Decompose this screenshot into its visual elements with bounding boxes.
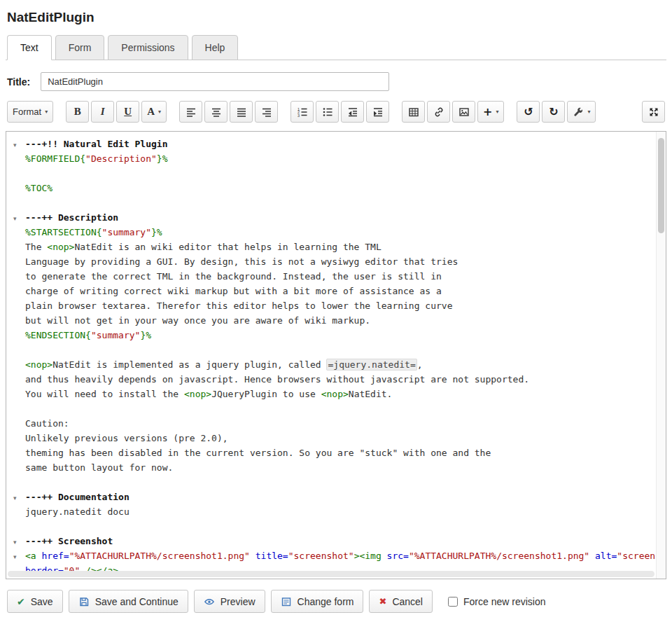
editor-text-segment: Unlikely previous versions (pre 2.0), (25, 433, 228, 443)
italic-button[interactable]: I (91, 101, 114, 123)
tab-form-label: Form (69, 42, 92, 53)
editor-line[interactable]: %TOC% (6, 181, 652, 195)
editor-line[interactable]: %FORMFIELD{"Description"}% (6, 151, 652, 166)
change-form-button[interactable]: Change form (271, 590, 364, 613)
editor-line[interactable]: ▾---++ Documentation (6, 490, 652, 504)
format-dropdown[interactable]: Format ▾ (7, 101, 53, 123)
plus-icon: + (483, 105, 492, 118)
editor-text-segment: src= (387, 551, 409, 561)
force-new-revision-option[interactable]: Force new revision (448, 596, 546, 607)
editor-line[interactable] (6, 195, 652, 210)
chevron-down-icon: ▾ (587, 109, 590, 115)
editor-line[interactable]: You will need to install the <nop>JQuery… (6, 387, 652, 401)
fold-marker-icon[interactable]: ▾ (6, 550, 25, 565)
editor-content[interactable]: ▾---+!! Natural Edit Plugin%FORMFIELD{"D… (6, 132, 666, 578)
editor-line[interactable]: Unlikely previous versions (pre 2.0), (6, 431, 652, 445)
align-center-button[interactable] (204, 101, 227, 123)
editor-line[interactable]: ▾---++ Screenshot (6, 534, 652, 548)
editor-line[interactable]: The <nop>NatEdit is an wiki editor that … (6, 240, 652, 254)
tab-bar: Text Form Permissions Help (6, 35, 666, 60)
bold-button[interactable]: B (66, 101, 89, 123)
editor-line[interactable]: theming has been disabled in the current… (6, 445, 652, 460)
editor-line[interactable] (6, 519, 652, 534)
cancel-label: Cancel (392, 596, 423, 607)
tab-text-label: Text (20, 42, 38, 53)
tab-help-label: Help (205, 42, 225, 53)
editor-line[interactable]: Caution: (6, 416, 652, 431)
editor-horizontal-scrollbar[interactable] (7, 570, 655, 578)
insert-link-button[interactable] (427, 101, 450, 123)
cancel-button[interactable]: ✖ Cancel (369, 590, 433, 613)
text-style-group: B I U A ▾ (66, 101, 169, 123)
preview-button[interactable]: Preview (194, 590, 265, 613)
save-button[interactable]: ✔ Save (7, 590, 63, 613)
wrench-icon (573, 106, 584, 118)
format-group: Format ▾ (7, 101, 55, 123)
editor-line[interactable] (6, 166, 652, 181)
fold-marker-icon[interactable]: ▾ (6, 212, 25, 226)
indent-button[interactable] (366, 101, 389, 123)
fold-marker-icon[interactable]: ▾ (6, 491, 25, 506)
editor-text-segment: title= (255, 551, 288, 561)
tab-help[interactable]: Help (192, 35, 239, 60)
outdent-icon (347, 106, 358, 118)
editor-text-segment: =jquery.natedit= (326, 359, 416, 371)
title-input[interactable] (41, 72, 389, 91)
editor-line[interactable]: charge of writing correct wiki markup bu… (6, 284, 652, 298)
tab-permissions[interactable]: Permissions (108, 35, 188, 60)
editor-line[interactable]: ▾<a href="%ATTACHURLPATH%/screenshot1.pn… (6, 548, 652, 563)
save-disk-icon (78, 596, 90, 607)
editor-text-segment: }% (157, 153, 168, 164)
align-justify-button[interactable] (230, 101, 253, 123)
font-color-dropdown[interactable]: A ▾ (141, 101, 167, 123)
fullscreen-button[interactable] (642, 101, 665, 123)
editor-line[interactable] (6, 343, 652, 357)
tab-form[interactable]: Form (55, 35, 105, 60)
align-right-button[interactable] (255, 101, 278, 123)
tab-text[interactable]: Text (7, 35, 52, 60)
fold-marker-icon[interactable]: ▾ (6, 138, 25, 153)
ordered-list-button[interactable]: 123 (290, 101, 314, 123)
editor-line[interactable]: <nop>NatEdit is implemented as a jquery … (6, 357, 652, 372)
editor-text-segment (589, 551, 595, 561)
editor-line[interactable]: %ENDSECTION{"summary"}% (6, 328, 652, 343)
outdent-button[interactable] (341, 101, 364, 123)
editor-text-segment: NatEdit. (349, 389, 393, 399)
insert-image-button[interactable] (452, 101, 475, 123)
editor-line[interactable]: plain browser textarea. Therefor this ed… (6, 298, 652, 313)
form-icon (281, 596, 292, 607)
align-left-button[interactable] (179, 101, 202, 123)
force-new-revision-checkbox[interactable] (448, 597, 458, 607)
editor-line[interactable]: to generate the correct TML in the backg… (6, 269, 652, 284)
editor-text-segment: }% (151, 227, 162, 237)
history-group: ↺ ↻ ▾ (517, 101, 598, 123)
editor-area[interactable]: ▾---+!! Natural Edit Plugin%FORMFIELD{"D… (6, 131, 666, 579)
insert-more-dropdown[interactable]: + ▾ (477, 101, 504, 123)
editor-line[interactable]: jquery.natedit docu (6, 504, 652, 519)
insert-table-button[interactable] (402, 101, 425, 123)
editor-line[interactable]: Language by providing a GUI. By design, … (6, 254, 652, 269)
tools-dropdown[interactable]: ▾ (567, 101, 596, 123)
bullet-list-button[interactable] (316, 101, 339, 123)
undo-button[interactable]: ↺ (517, 101, 540, 123)
horizontal-scrollbar-thumb[interactable] (8, 571, 654, 577)
editor-text-segment: ---++ Description (25, 212, 118, 223)
vertical-scrollbar-thumb[interactable] (658, 138, 664, 233)
editor-line[interactable] (6, 401, 652, 416)
italic-icon: I (101, 106, 105, 118)
save-and-continue-button[interactable]: Save and Continue (69, 590, 188, 613)
editor-text-segment: alt= (595, 551, 617, 561)
redo-button[interactable]: ↻ (542, 101, 565, 123)
editor-text-segment: ---++ Screenshot (25, 536, 113, 546)
editor-line[interactable]: ▾---+!! Natural Edit Plugin (6, 137, 652, 151)
editor-line[interactable]: but will not get in your way once you ar… (6, 313, 652, 328)
editor-line[interactable]: ▾---++ Description (6, 210, 652, 225)
editor-text-segment: , (417, 359, 423, 370)
fold-marker-icon[interactable]: ▾ (6, 535, 25, 550)
editor-line[interactable]: %STARTSECTION{"summary"}% (6, 225, 652, 240)
underline-button[interactable]: U (116, 101, 139, 123)
editor-line[interactable]: same button layout for now. (6, 460, 652, 475)
editor-vertical-scrollbar[interactable] (656, 132, 666, 579)
editor-line[interactable] (6, 475, 652, 490)
editor-line[interactable]: and thus heavily depends on javascript. … (6, 372, 652, 387)
